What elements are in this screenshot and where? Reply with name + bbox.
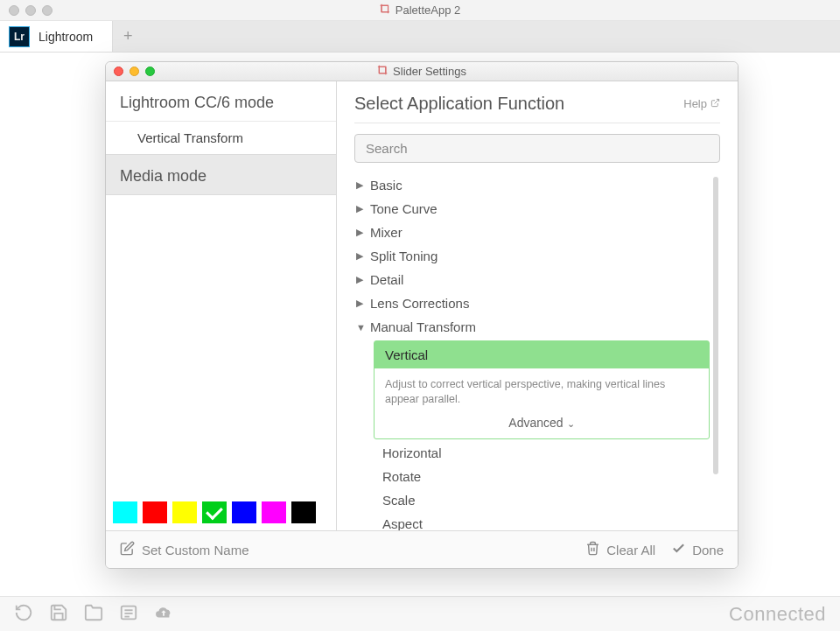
done-button[interactable]: Done: [671, 541, 724, 558]
bottom-bar: Connected: [0, 596, 840, 631]
color-swatch[interactable]: [113, 501, 137, 523]
tree-item[interactable]: Aspect: [354, 512, 710, 530]
save-icon[interactable]: [49, 603, 68, 626]
tree-category[interactable]: ▶Detail: [354, 268, 710, 291]
caret-right-icon: ▶: [356, 179, 365, 191]
connection-status: Connected: [729, 603, 826, 626]
main-titlebar: PaletteApp 2: [0, 0, 840, 21]
tree-item[interactable]: Horizontal: [354, 441, 710, 465]
selected-function-label: Vertical: [374, 341, 709, 368]
main-title: PaletteApp 2: [380, 4, 460, 17]
cloud-upload-icon[interactable]: [154, 603, 173, 626]
color-swatches: [106, 494, 336, 530]
tree-category-label: Manual Transform: [370, 319, 476, 334]
tree-category[interactable]: ▶Basic: [354, 173, 710, 197]
main-title-text: PaletteApp 2: [396, 4, 460, 17]
color-swatch[interactable]: [232, 501, 256, 523]
color-swatch[interactable]: [262, 501, 286, 523]
check-icon: [671, 541, 686, 558]
selected-function[interactable]: VerticalAdjust to correct vertical persp…: [374, 340, 710, 439]
tree-category-label: Basic: [370, 178, 402, 193]
tab-bar: Lr Lightroom +: [0, 21, 840, 53]
help-label: Help: [683, 97, 707, 110]
set-custom-name-button[interactable]: Set Custom Name: [120, 541, 249, 558]
slider-settings-modal: Slider Settings Lightroom CC/6 mode Vert…: [105, 61, 738, 569]
minimize-dot-disabled[interactable]: [25, 5, 36, 16]
tree-category[interactable]: ▶Split Toning: [354, 244, 710, 268]
tree-category-label: Mixer: [370, 225, 402, 240]
list-icon[interactable]: [119, 603, 138, 626]
sidebar-item-vertical-transform[interactable]: Vertical Transform: [106, 122, 336, 154]
caret-right-icon: ▶: [356, 203, 365, 214]
set-custom-name-label: Set Custom Name: [142, 543, 249, 557]
tree-category[interactable]: ▶Lens Corrections: [354, 291, 710, 315]
sidebar-spacer: [106, 195, 336, 494]
caret-right-icon: ▶: [356, 298, 365, 309]
crop-icon: [380, 4, 390, 17]
tree-category[interactable]: ▶Tone Curve: [354, 197, 710, 221]
color-swatch[interactable]: [172, 501, 197, 523]
modal-footer: Set Custom Name Clear All Done: [106, 530, 738, 568]
external-link-icon: [710, 97, 720, 110]
sidebar-mode-header: Media mode: [106, 155, 336, 194]
advanced-toggle[interactable]: Advanced⌄: [374, 410, 709, 438]
modal-titlebar: Slider Settings: [106, 62, 738, 81]
caret-down-icon: ▼: [356, 322, 365, 333]
function-tree[interactable]: ▶Basic▶Tone Curve▶Mixer▶Split Toning▶Det…: [354, 173, 720, 530]
tree-category-label: Lens Corrections: [370, 296, 469, 311]
modal-body: Lightroom CC/6 mode Vertical Transform M…: [106, 81, 738, 530]
sidebar-mode-media[interactable]: Media mode: [106, 154, 336, 195]
refresh-icon[interactable]: [14, 603, 33, 626]
tree-category-label: Detail: [370, 272, 403, 287]
modal-traffic-lights: [114, 67, 155, 76]
bottom-toolbar: [14, 603, 173, 626]
selected-function-desc: Adjust to correct vertical perspective, …: [374, 368, 709, 410]
help-link[interactable]: Help: [683, 97, 720, 110]
modal-title: Slider Settings: [377, 65, 466, 78]
sidebar: Lightroom CC/6 mode Vertical Transform M…: [106, 81, 337, 530]
tree-item[interactable]: Scale: [354, 488, 710, 512]
caret-right-icon: ▶: [356, 250, 365, 262]
caret-right-icon: ▶: [356, 227, 365, 238]
content-panel: Select Application Function Help ▶Basic▶…: [337, 81, 738, 530]
chevron-down-icon: ⌄: [567, 418, 575, 429]
tree-category[interactable]: ▶Mixer: [354, 221, 710, 244]
zoom-button[interactable]: [145, 67, 155, 76]
sidebar-mode-lightroom[interactable]: Lightroom CC/6 mode Vertical Transform: [106, 81, 336, 154]
folder-icon[interactable]: [84, 603, 103, 626]
minimize-button[interactable]: [130, 67, 139, 76]
trash-icon: [585, 541, 600, 558]
search-input[interactable]: [354, 134, 720, 163]
content-title: Select Application Function: [354, 94, 564, 114]
clear-all-label: Clear All: [606, 543, 655, 557]
crop-icon: [377, 65, 388, 78]
caret-right-icon: ▶: [356, 274, 365, 285]
tab-label: Lightroom: [38, 30, 93, 44]
advanced-label: Advanced: [508, 416, 563, 430]
tree-category-label: Split Toning: [370, 249, 438, 263]
svg-line-14: [715, 99, 719, 103]
add-tab-button[interactable]: +: [113, 21, 143, 52]
tree-category[interactable]: ▼Manual Transform: [354, 315, 710, 339]
main-window: PaletteApp 2 Lr Lightroom + Connected: [0, 0, 840, 631]
tab-lightroom[interactable]: Lr Lightroom: [0, 21, 113, 52]
sidebar-mode-header: Lightroom CC/6 mode: [106, 81, 336, 122]
zoom-dot-disabled[interactable]: [42, 5, 52, 16]
svg-rect-0: [382, 5, 388, 12]
color-swatch[interactable]: [291, 501, 316, 523]
edit-icon: [120, 541, 135, 558]
tree-category-label: Tone Curve: [370, 201, 438, 216]
color-swatch[interactable]: [202, 501, 227, 523]
color-swatch[interactable]: [143, 501, 167, 523]
content-header: Select Application Function Help: [354, 94, 720, 123]
svg-rect-9: [379, 67, 386, 74]
clear-all-button[interactable]: Clear All: [585, 541, 655, 558]
lightroom-logo-icon: Lr: [9, 26, 30, 47]
tree-item[interactable]: Rotate: [354, 465, 710, 488]
modal-title-text: Slider Settings: [393, 65, 466, 78]
done-label: Done: [692, 543, 724, 557]
main-traffic-lights: [9, 5, 52, 16]
close-button[interactable]: [114, 67, 123, 76]
close-dot-disabled[interactable]: [9, 5, 19, 16]
